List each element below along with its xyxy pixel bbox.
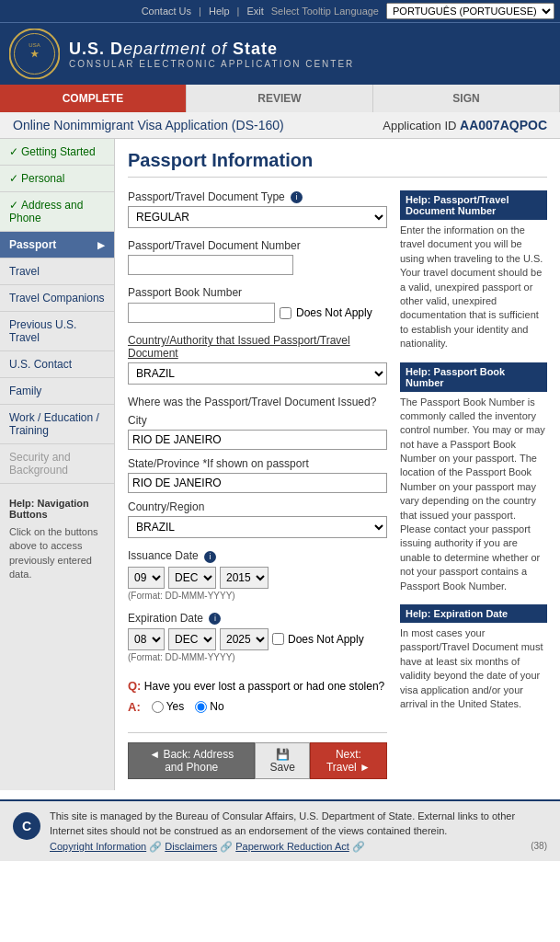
dept-name: U.S. Department of State: [69, 40, 354, 59]
main-layout: ✓Getting Started ✓Personal ✓Address and …: [0, 139, 560, 790]
app-title: Online Nonimmigrant Visa Application (DS…: [13, 118, 284, 132]
sidebar-item-us-contact[interactable]: U.S. Contact: [0, 351, 114, 378]
passport-book-does-not-apply-checkbox[interactable]: [280, 307, 291, 319]
paperwork-link[interactable]: Paperwork Reduction Act: [235, 841, 349, 852]
help-passport-num-title: Help: Passport/Travel Document Number: [400, 190, 547, 220]
yes-radio[interactable]: [152, 701, 164, 713]
site-header: ★ USA U.S. Department of State CONSULAR …: [0, 22, 560, 85]
sidebar-item-getting-started[interactable]: ✓Getting Started: [0, 139, 114, 166]
issuance-date-format: (Format: DD-MMM-YYYY): [128, 591, 387, 601]
state-group: State/Province *If shown on passport: [128, 457, 387, 493]
contact-us-link[interactable]: Contact Us: [142, 6, 191, 17]
footer-logo: C: [13, 812, 40, 840]
country-region-group: Country/Region BRAZIL: [128, 500, 387, 538]
tooltip-lang-label: Select Tooltip Language: [271, 6, 379, 17]
issuance-year-select[interactable]: 2015: [220, 567, 269, 589]
q-label: Q:: [128, 679, 141, 693]
form-column: Passport/Travel Document Type i REGULAR …: [128, 190, 387, 779]
help-passport-book-text: The Passport Book Number is commonly cal…: [400, 396, 547, 593]
issuing-authority-label: Country/Authority that Issued Passport/T…: [128, 334, 387, 360]
expiration-date-info-icon[interactable]: i: [209, 613, 221, 625]
top-bar: Contact Us | Help | Exit Select Tooltip …: [0, 0, 560, 22]
nav-buttons: ◄ Back: Address and Phone 💾 Save Next: T…: [128, 732, 387, 779]
city-label: City: [128, 414, 387, 427]
sidebar-item-security[interactable]: Security and Background: [0, 444, 114, 484]
no-radio[interactable]: [195, 701, 207, 713]
next-button[interactable]: Next: Travel ►: [310, 742, 387, 779]
footer-links: Copyright Information 🔗 Disclaimers 🔗 Pa…: [50, 841, 365, 852]
state-input[interactable]: [128, 473, 387, 493]
copyright-link[interactable]: Copyright Information: [50, 841, 146, 852]
answer-row: A: Yes No: [128, 700, 387, 714]
svg-text:USA: USA: [29, 42, 40, 48]
sidebar-item-personal[interactable]: ✓Personal: [0, 166, 114, 192]
sidebar-item-family[interactable]: Family: [0, 378, 114, 405]
passport-type-label: Passport/Travel Document Type i: [128, 190, 387, 203]
expiration-does-not-apply-label: Does Not Apply: [288, 633, 364, 646]
passport-book-row: Does Not Apply: [128, 303, 387, 323]
app-id-value: AA007AQPOC: [460, 118, 547, 132]
sidebar-item-address-phone[interactable]: ✓Address and Phone: [0, 192, 114, 232]
tab-sign[interactable]: SIGN: [373, 85, 560, 112]
expiration-does-not-apply-checkbox[interactable]: [272, 633, 284, 645]
state-dept-seal: ★ USA: [9, 29, 60, 79]
sidebar-item-travel-companions[interactable]: Travel Companions: [0, 285, 114, 312]
issuance-date-label: Issuance Date i: [128, 549, 387, 562]
app-id: Application ID AA007AQPOC: [383, 118, 547, 132]
state-label: State/Province *If shown on passport: [128, 457, 387, 470]
yes-label[interactable]: Yes: [152, 700, 185, 713]
tab-complete[interactable]: COMPLETE: [0, 85, 187, 112]
arrow-icon: ▶: [97, 240, 105, 250]
progress-tabs: COMPLETE REVIEW SIGN: [0, 85, 560, 112]
issuing-authority-select[interactable]: BRAZIL: [128, 362, 387, 385]
app-title-bar: Online Nonimmigrant Visa Application (DS…: [0, 112, 560, 139]
passport-type-select[interactable]: REGULAR: [128, 206, 387, 228]
issuance-date-info-icon[interactable]: i: [204, 551, 216, 563]
passport-num-input[interactable]: [128, 255, 293, 275]
passport-book-input[interactable]: [128, 303, 275, 323]
help-box-passport-num: Help: Passport/Travel Document Number En…: [400, 190, 547, 351]
help-box-expiration: Help: Expiration Date In most cases your…: [400, 604, 547, 711]
sidebar-item-previous-us-travel[interactable]: Previous U.S. Travel: [0, 312, 114, 351]
where-issued-label: Where was the Passport/Travel Document I…: [128, 396, 387, 408]
page-title: Passport Information: [128, 150, 547, 178]
no-label[interactable]: No: [195, 700, 223, 713]
a-label: A:: [128, 700, 141, 714]
sidebar-help-title: Help: Navigation Buttons: [9, 498, 105, 520]
header-text: U.S. Department of State CONSULAR ELECTR…: [69, 40, 354, 69]
expiration-year-select[interactable]: 2025: [220, 628, 269, 650]
tab-review[interactable]: REVIEW: [187, 85, 373, 112]
disclaimers-link[interactable]: Disclaimers: [165, 841, 217, 852]
passport-book-group: Passport Book Number Does Not Apply: [128, 286, 387, 323]
exit-link[interactable]: Exit: [246, 6, 263, 17]
city-input[interactable]: [128, 430, 387, 450]
help-passport-book-title: Help: Passport Book Number: [400, 362, 547, 392]
expiration-month-select[interactable]: DEC: [168, 628, 216, 650]
help-expiration-title: Help: Expiration Date: [400, 604, 547, 623]
help-link[interactable]: Help: [209, 6, 230, 17]
issuance-month-select[interactable]: DEC: [168, 567, 216, 589]
lost-passport-block: Q: Have you ever lost a passport or had …: [128, 679, 387, 714]
expiration-day-select[interactable]: 08: [128, 628, 165, 650]
country-region-label: Country/Region: [128, 500, 387, 513]
save-button[interactable]: 💾 Save: [255, 742, 310, 779]
sidebar-item-passport[interactable]: Passport ▶: [0, 232, 114, 258]
page-number: (38): [531, 839, 547, 853]
sidebar-item-work-education[interactable]: Work / Education / Training: [0, 405, 114, 444]
expiration-date-label: Expiration Date i: [128, 612, 387, 625]
sidebar-help-text: Click on the buttons above to access pre…: [9, 525, 105, 582]
sidebar: ✓Getting Started ✓Personal ✓Address and …: [0, 139, 115, 790]
footer: C This site is managed by the Bureau of …: [0, 799, 560, 862]
passport-type-info-icon[interactable]: i: [291, 191, 303, 203]
footer-text: This site is managed by the Bureau of Co…: [50, 810, 515, 837]
footer-text-block: This site is managed by the Bureau of Co…: [50, 809, 547, 855]
back-button[interactable]: ◄ Back: Address and Phone: [128, 742, 255, 779]
issuance-day-select[interactable]: 09: [128, 567, 165, 589]
language-select[interactable]: PORTUGUÊS (PORTUGUESE): [386, 3, 554, 19]
help-column: Help: Passport/Travel Document Number En…: [400, 190, 547, 779]
help-expiration-text: In most cases your passport/Travel Docum…: [400, 626, 547, 711]
sidebar-item-travel[interactable]: Travel: [0, 258, 114, 285]
country-region-select[interactable]: BRAZIL: [128, 516, 387, 538]
where-issued-group: Where was the Passport/Travel Document I…: [128, 396, 387, 538]
dept-subtitle: CONSULAR ELECTRONIC APPLICATION CENTER: [69, 59, 354, 69]
